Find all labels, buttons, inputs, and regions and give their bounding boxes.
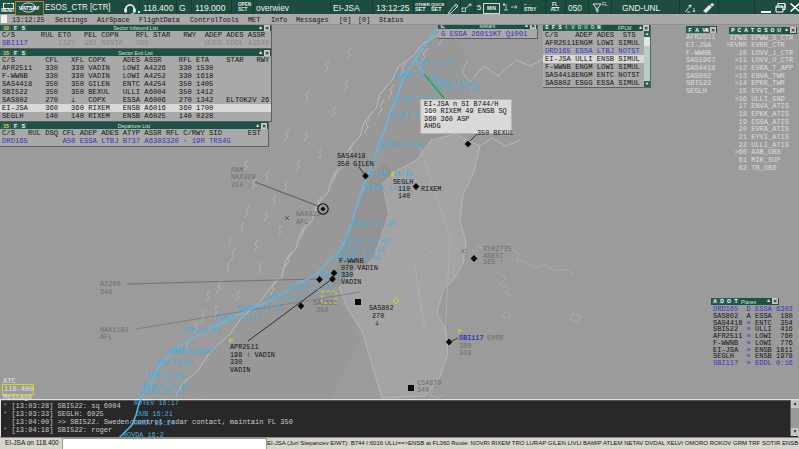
svg-text:FL: FL xyxy=(602,2,608,7)
